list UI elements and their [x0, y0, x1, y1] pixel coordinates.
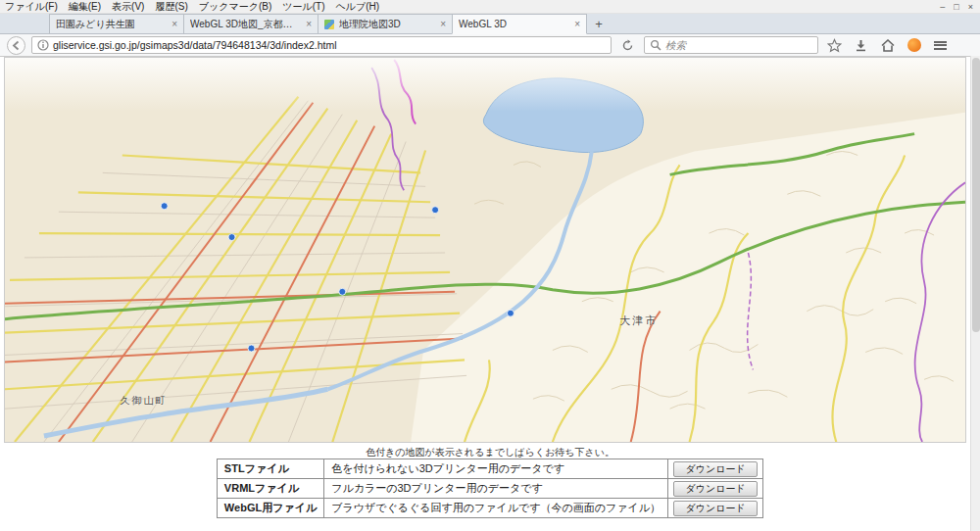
tab-gsi-map-3d[interactable]: 地理院地図3D ×	[318, 14, 453, 33]
reload-icon	[621, 39, 634, 52]
bookmark-star-button[interactable]	[824, 36, 845, 55]
tab-close-icon[interactable]: ×	[574, 20, 580, 29]
menu-help[interactable]: ヘルプ(H)	[336, 0, 380, 14]
file-type-label: WebGL用ファイル	[217, 499, 323, 518]
vertical-scrollbar[interactable]	[970, 56, 980, 531]
window-maximize-button[interactable]: □	[954, 2, 958, 12]
window-minimize-button[interactable]: –	[940, 2, 945, 12]
table-row-webgl: WebGL用ファイル ブラウザでぐるぐる回す用のファイルです（今の画面のファイル…	[217, 499, 762, 518]
tab-close-icon[interactable]: ×	[306, 20, 312, 29]
tab-webgl-3d-active[interactable]: WebGL 3D ×	[452, 14, 587, 34]
account-button[interactable]	[904, 36, 924, 55]
tab-close-icon[interactable]: ×	[172, 20, 177, 29]
map-3d-viewport[interactable]: 大津市 久御山町	[4, 57, 966, 443]
download-cell: ダウンロード	[668, 499, 763, 518]
menu-edit[interactable]: 編集(E)	[69, 0, 101, 14]
tab-title: WebGL 3D地図_京都市周辺 |...	[190, 18, 301, 31]
downloads-button[interactable]	[851, 36, 871, 55]
back-button[interactable]	[7, 36, 25, 55]
back-arrow-icon	[11, 40, 22, 51]
menu-history[interactable]: 履歴(S)	[155, 0, 187, 14]
file-description: フルカラーの3Dプリンター用のデータです	[324, 479, 668, 499]
navigation-toolbar	[0, 34, 980, 57]
terrain-map-3d	[5, 58, 965, 442]
loading-notice-text: 色付きの地図が表示されるまでしばらくお待ち下さい。	[0, 446, 980, 459]
tab-close-icon[interactable]: ×	[440, 20, 446, 29]
map-favicon-icon	[324, 20, 334, 29]
horizon-haze	[5, 58, 965, 112]
home-icon	[881, 39, 895, 52]
hamburger-menu-icon	[934, 41, 947, 50]
tab-bar: 田園みどり共生園 × WebGL 3D地図_京都市周辺 |... × 地理院地図…	[0, 14, 980, 34]
menu-file[interactable]: ファイル(F)	[5, 0, 58, 14]
home-button[interactable]	[877, 36, 898, 55]
menu-bar: ファイル(F) 編集(E) 表示(V) 履歴(S) ブックマーク(B) ツール(…	[0, 0, 980, 14]
download-icon	[855, 39, 867, 52]
url-input[interactable]	[53, 39, 606, 51]
download-table: STLファイル 色を付けられない3Dプリンター用のデータです ダウンロード VR…	[217, 459, 763, 518]
search-bar[interactable]	[644, 36, 818, 54]
menu-view[interactable]: 表示(V)	[112, 0, 144, 14]
download-stl-button[interactable]: ダウンロード	[673, 461, 758, 477]
tab-denen-midori[interactable]: 田園みどり共生園 ×	[49, 14, 184, 33]
tab-webgl-3d-map-kyoto[interactable]: WebGL 3D地図_京都市周辺 |... ×	[183, 14, 318, 33]
window-close-button[interactable]: ×	[968, 2, 973, 12]
download-table-wrapper: STLファイル 色を付けられない3Dプリンター用のデータです ダウンロード VR…	[0, 459, 980, 518]
tab-title: 田園みどり共生園	[56, 18, 167, 31]
menu-bookmarks[interactable]: ブックマーク(B)	[199, 0, 272, 14]
account-avatar-icon	[907, 38, 921, 52]
menu-button[interactable]	[930, 36, 951, 55]
window-controls: – □ ×	[940, 2, 975, 12]
map-label-otsu-city: 大津市	[619, 314, 658, 328]
table-row-stl: STLファイル 色を付けられない3Dプリンター用のデータです ダウンロード	[217, 459, 762, 479]
table-row-vrml: VRMLファイル フルカラーの3Dプリンター用のデータです ダウンロード	[217, 479, 762, 499]
file-description: 色を付けられない3Dプリンター用のデータです	[324, 459, 668, 479]
search-input[interactable]	[665, 39, 812, 51]
tab-title: WebGL 3D	[459, 19, 569, 29]
download-cell: ダウンロード	[668, 479, 763, 499]
file-type-label: VRMLファイル	[217, 479, 323, 499]
download-vrml-button[interactable]: ダウンロード	[673, 481, 758, 497]
url-bar[interactable]	[31, 36, 612, 54]
map-label-kumiyama-town: 久御山町	[121, 394, 168, 408]
file-description: ブラウザでぐるぐる回す用のファイルです（今の画面のファイル）	[324, 499, 668, 518]
new-tab-button[interactable]: +	[586, 14, 612, 33]
download-webgl-button[interactable]: ダウンロード	[673, 501, 758, 516]
scrollbar-thumb[interactable]	[972, 58, 980, 332]
download-cell: ダウンロード	[668, 459, 763, 479]
tab-title: 地理院地図3D	[339, 18, 435, 31]
site-info-icon[interactable]	[37, 39, 49, 51]
search-icon	[650, 39, 662, 51]
file-type-label: STLファイル	[217, 459, 323, 479]
star-icon	[827, 38, 842, 53]
reload-button[interactable]	[617, 36, 638, 55]
menu-tools[interactable]: ツール(T)	[282, 0, 324, 14]
